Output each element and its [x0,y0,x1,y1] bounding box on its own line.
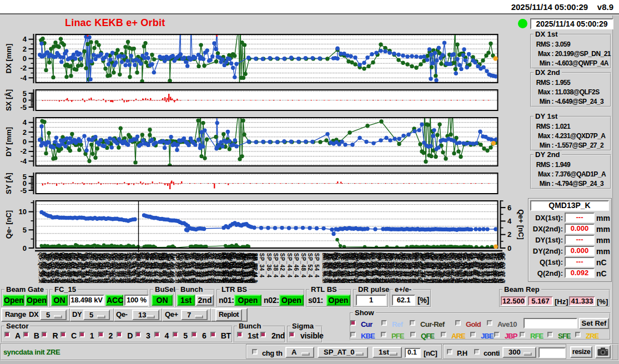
svg-text:DC_D3_22_324: DC_D3_22_324 [501,254,506,283]
svg-text:4: 4 [507,217,512,225]
svg-text:4: 4 [23,35,27,43]
svg-text:0: 0 [23,244,27,252]
svg-text:-4: -4 [20,74,27,82]
svg-text:-2: -2 [20,147,27,155]
svg-text:4: 4 [23,118,27,127]
svg-text:10: 10 [19,208,27,216]
svg-text:-5: -5 [20,103,27,112]
svg-text:6: 6 [507,204,511,212]
svg-text:SY [Å]: SY [Å] [4,173,13,194]
svg-text:SP_38_4: SP_38_4 [273,253,279,278]
svg-text:0: 0 [23,138,27,146]
svg-text:SP_52_4: SP_52_4 [307,253,313,278]
svg-text:SP_44_4: SP_44_4 [286,253,293,278]
svg-text:SP_32_4: SP_32_4 [252,253,258,278]
svg-text:DY [mm]: DY [mm] [4,127,13,156]
svg-text:Qe- [nC]: Qe- [nC] [4,210,13,239]
svg-text:-5: -5 [20,186,27,195]
svg-text:DX [mm]: DX [mm] [4,44,13,73]
svg-text:2: 2 [507,230,511,239]
svg-text:-4: -4 [20,157,27,165]
svg-text:5: 5 [23,226,27,234]
svg-text:2: 2 [23,128,27,136]
svg-text:SP_42_4: SP_42_4 [279,253,285,278]
svg-text:Qe+ [nC]: Qe+ [nC] [517,209,525,240]
svg-text:0: 0 [507,244,511,252]
svg-text:-2: -2 [20,64,27,72]
svg-text:2: 2 [23,45,27,53]
svg-text:SP_34_4: SP_34_4 [259,253,265,278]
svg-text:SP_46_4: SP_46_4 [293,253,299,278]
svg-text:SP_36_4: SP_36_4 [266,253,272,278]
svg-text:SP_48_4: SP_48_4 [300,253,306,278]
svg-text:0: 0 [23,54,27,63]
svg-text:SX [Å]: SX [Å] [4,89,13,111]
svg-text:SP_54_4: SP_54_4 [314,253,320,278]
